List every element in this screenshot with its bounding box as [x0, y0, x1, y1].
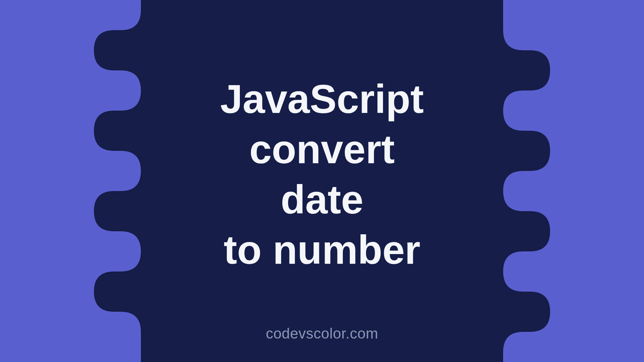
footer-site: codevscolor.com [0, 325, 644, 342]
title-line-3: date [220, 174, 424, 225]
content-area: JavaScript convert date to number [0, 0, 644, 362]
title-line-4: to number [220, 225, 424, 275]
hero-title: JavaScript convert date to number [220, 74, 424, 275]
title-line-2: convert [220, 124, 424, 174]
title-line-1: JavaScript [220, 74, 424, 124]
